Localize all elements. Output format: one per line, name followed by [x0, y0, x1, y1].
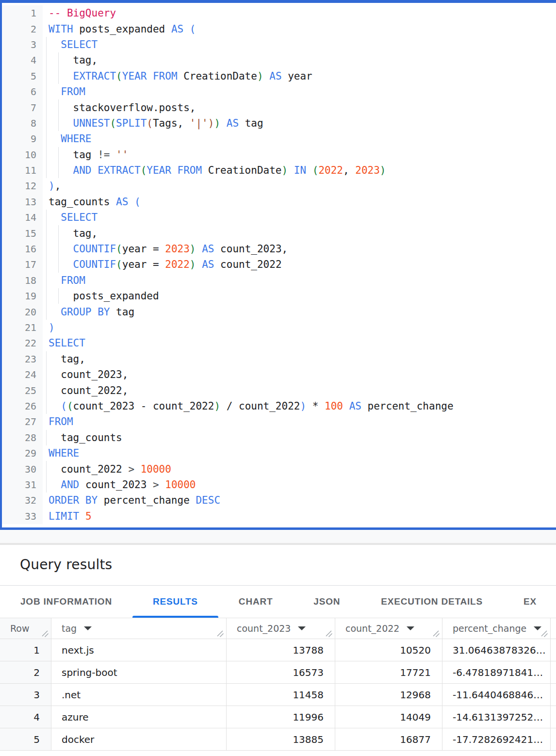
code-line: 28 tag_counts	[2, 430, 556, 445]
column-resize-grip-icon[interactable]	[433, 630, 440, 637]
column-header-count_2022[interactable]: count_2022	[335, 618, 442, 639]
line-number: 8	[2, 115, 43, 131]
token-kw: AS	[202, 243, 214, 255]
code-text[interactable]: FROM	[43, 275, 85, 286]
token-kw: WITH	[49, 23, 73, 35]
code-line: 24 count_2023,	[2, 367, 556, 382]
token-kw: SPLIT	[116, 117, 147, 129]
tab-ex[interactable]: EX	[503, 586, 556, 618]
code-line: 11 AND EXTRACT(YEAR FROM CreationDate) I…	[2, 163, 556, 178]
code-line: 25 count_2022,	[2, 382, 556, 398]
column-resize-grip-icon[interactable]	[217, 630, 224, 637]
cell-percent_change: 31.06463878326…	[442, 639, 551, 661]
column-header-row[interactable]: Row	[0, 618, 51, 639]
tab-chart[interactable]: CHART	[218, 586, 294, 618]
column-menu-arrow-icon[interactable]	[407, 626, 414, 630]
code-text[interactable]: FROM	[43, 416, 73, 427]
tab-job-information[interactable]: JOB INFORMATION	[0, 586, 132, 618]
token-id: tag,	[61, 353, 85, 365]
tab-json[interactable]: JSON	[293, 586, 360, 618]
cell-spacer	[551, 706, 556, 728]
token-id: tag	[239, 117, 263, 129]
code-text[interactable]: ),	[43, 180, 61, 192]
tab-execution-details[interactable]: EXECUTION DETAILS	[360, 586, 503, 618]
token-id	[110, 149, 116, 161]
line-number: 23	[2, 351, 43, 367]
column-resize-grip-icon[interactable]	[326, 630, 332, 637]
indent-guide	[46, 351, 47, 367]
code-text[interactable]: count_2022,	[43, 385, 128, 396]
indent-guide	[58, 52, 59, 68]
token-id: *	[306, 400, 325, 412]
code-text[interactable]: )	[43, 322, 55, 333]
code-text[interactable]: tag,	[43, 54, 98, 66]
panel-separator-band	[0, 530, 556, 543]
code-text[interactable]: tag,	[43, 353, 85, 365]
code-text[interactable]: LIMIT 5	[43, 510, 92, 522]
indent-guide	[46, 273, 47, 288]
token-id: percent_change	[361, 400, 454, 412]
token-num: 2022	[318, 164, 343, 176]
column-resize-grip-icon[interactable]	[541, 630, 548, 637]
column-header-percent_change[interactable]: percent_change	[442, 618, 551, 639]
cell-row: 2	[0, 661, 51, 683]
code-text[interactable]: tag_counts AS (	[43, 196, 141, 208]
code-text[interactable]: AND EXTRACT(YEAR FROM CreationDate) IN (…	[43, 164, 386, 176]
code-text[interactable]: stackoverflow.posts,	[43, 102, 196, 114]
code-text[interactable]: FROM	[43, 86, 85, 98]
code-text[interactable]: WITH posts_expanded AS (	[43, 23, 196, 35]
code-text[interactable]: -- BigQuery	[43, 7, 116, 19]
code-line: 5 EXTRACT(YEAR FROM CreationDate) AS yea…	[2, 68, 556, 84]
cell-count_2022: 14049	[335, 706, 442, 728]
code-text[interactable]: posts_expanded	[43, 290, 159, 302]
token-kw: WHERE	[49, 447, 79, 459]
cell-count_2022: 17721	[335, 661, 442, 683]
token-id: count_2022	[61, 463, 128, 475]
indent-guide	[46, 477, 47, 493]
line-number: 3	[2, 37, 43, 52]
code-text[interactable]: GROUP BY tag	[43, 306, 134, 318]
sql-editor[interactable]: 1-- BigQuery2WITH posts_expanded AS (3 S…	[0, 0, 556, 530]
cell-spacer	[551, 684, 556, 706]
line-number: 14	[2, 210, 43, 225]
code-text[interactable]: WHERE	[43, 447, 79, 459]
code-text[interactable]: count_2023,	[43, 369, 128, 380]
token-id: tag	[73, 149, 98, 161]
code-text[interactable]: UNNEST(SPLIT(Tags, '|')) AS tag	[43, 117, 263, 129]
column-menu-arrow-icon[interactable]	[84, 626, 92, 630]
token-id: count_2022,	[61, 385, 128, 396]
table-row: 4azure1199614049-14.6131397252…	[0, 706, 556, 728]
code-text[interactable]: COUNTIF(year = 2022) AS count_2022	[43, 259, 282, 270]
column-header-count_2023[interactable]: count_2023	[227, 618, 335, 639]
token-kw: FROM	[49, 416, 73, 427]
column-menu-arrow-icon[interactable]	[298, 626, 306, 630]
code-text[interactable]: tag != ''	[43, 149, 128, 161]
code-text[interactable]: WHERE	[43, 133, 92, 145]
token-str: '|'	[190, 117, 208, 129]
token-kw: AS	[349, 400, 361, 412]
column-menu-arrow-icon[interactable]	[534, 626, 541, 630]
code-line: 23 tag,	[2, 351, 556, 367]
token-b2: (	[110, 117, 116, 129]
code-text[interactable]: count_2022 > 10000	[43, 463, 171, 475]
token-id: tag_counts	[49, 196, 116, 208]
token-id	[263, 70, 270, 82]
code-line: 9 WHERE	[2, 131, 556, 147]
indent-guide	[46, 99, 47, 115]
column-header-tag[interactable]: tag	[51, 618, 227, 639]
token-b2: (	[116, 259, 122, 270]
token-kw: COUNTIF	[73, 243, 116, 255]
code-text[interactable]: SELECT	[43, 337, 85, 349]
code-text[interactable]: tag,	[43, 228, 98, 239]
token-op: !=	[98, 149, 110, 161]
code-text[interactable]: COUNTIF(year = 2023) AS count_2023,	[43, 243, 288, 255]
code-text[interactable]: SELECT	[43, 212, 98, 223]
code-text[interactable]: ((count_2023 - count_2022) / count_2022)…	[43, 400, 454, 412]
code-text[interactable]: SELECT	[43, 39, 98, 50]
code-text[interactable]: EXTRACT(YEAR FROM CreationDate) AS year	[43, 70, 312, 82]
column-resize-grip-icon[interactable]	[42, 630, 49, 637]
code-text[interactable]: AND count_2023 > 10000	[43, 479, 196, 491]
code-text[interactable]: tag_counts	[43, 432, 122, 444]
tab-results[interactable]: RESULTS	[132, 586, 218, 618]
code-text[interactable]: ORDER BY percent_change DESC	[43, 494, 220, 506]
